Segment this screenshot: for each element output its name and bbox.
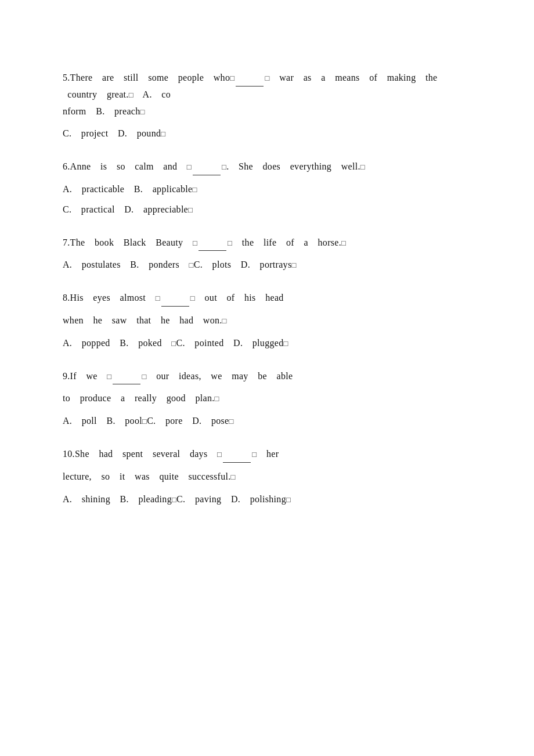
q10-text2: lecture, so it was quite successful.□ [63,469,471,485]
q5-text: 5.There are still some people who□□ war … [63,70,471,120]
q5-options-c-d: C. project D. pound□ [63,125,471,142]
q7-options: A. postulates B. ponders □C. plots D. po… [63,257,471,273]
question-7: 7.The book Black Beauty □□ the life of a… [63,235,471,274]
q10-text: 10.She had spent several days □□ her [63,446,471,463]
question-8: 8.His eyes almost □□ out of his head whe… [63,290,471,351]
page-content: 5.There are still some people who□□ war … [63,70,471,507]
q9-text2: to produce a really good plan.□ [63,390,471,407]
question-5: 5.There are still some people who□□ war … [63,70,471,142]
q9-text: 9.If we □□ our ideas, we may be able [63,368,471,385]
q6-options-cd: C. practical D. appreciable□ [63,201,471,218]
q9-options: A. poll B. pool□C. pore D. pose□ [63,413,471,430]
q8-text2: when he saw that he had won.□ [63,312,471,329]
question-9: 9.If we □□ our ideas, we may be able to … [63,368,471,430]
q10-options: A. shining B. pleading□C. paving D. poli… [63,491,471,508]
q6-text: 6.Anne is so calm and □□. She does every… [63,159,471,175]
q8-text: 8.His eyes almost □□ out of his head [63,290,471,307]
q7-text: 7.The book Black Beauty □□ the life of a… [63,235,471,251]
question-6: 6.Anne is so calm and □□. She does every… [63,159,471,218]
q8-options: A. popped B. poked □C. pointed D. plugge… [63,335,471,352]
question-10: 10.She had spent several days □□ her lec… [63,446,471,507]
q6-options-ab: A. practicable B. applicable□ [63,181,471,198]
